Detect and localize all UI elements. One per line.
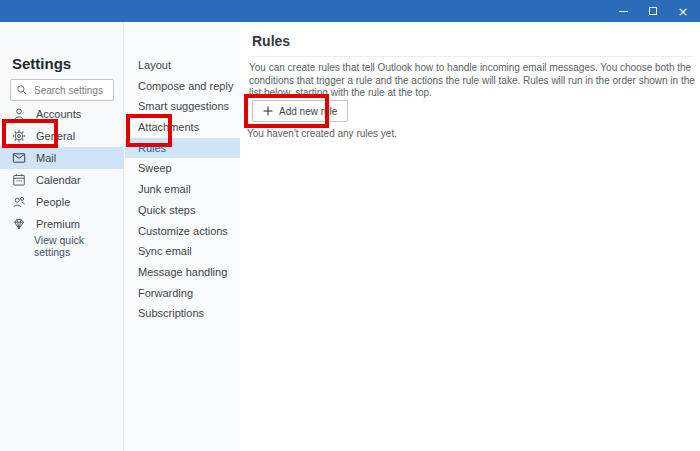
add-new-rule-label: Add new rule <box>279 106 337 117</box>
rules-panel: Rules You can create rules that tell Out… <box>240 22 700 451</box>
close-button[interactable]: × <box>668 0 698 22</box>
close-icon: × <box>678 5 689 18</box>
sidebar-item-label: Calendar <box>36 174 81 186</box>
settings-window: × Settings Accounts <box>0 0 700 451</box>
sidebar-item-mail[interactable]: Mail <box>0 147 124 169</box>
nav-item-subscriptions[interactable]: Subscriptions <box>125 303 240 324</box>
rules-heading: Rules <box>252 33 290 49</box>
settings-sidebar: Settings Accounts <box>0 22 124 451</box>
nav-item-rules[interactable]: Rules <box>125 138 240 159</box>
view-quick-settings-link[interactable]: View quick settings <box>34 234 123 258</box>
nav-item-quick-steps[interactable]: Quick steps <box>125 200 240 221</box>
sidebar-item-premium[interactable]: Premium <box>0 213 124 235</box>
gear-icon <box>12 129 26 143</box>
nav-item-junk-email[interactable]: Junk email <box>125 179 240 200</box>
search-input[interactable] <box>32 84 110 97</box>
sidebar-item-general[interactable]: General <box>0 125 124 147</box>
person-icon <box>12 107 26 121</box>
page-title: Settings <box>12 55 71 72</box>
maximize-button[interactable] <box>638 0 668 22</box>
sidebar-item-accounts[interactable]: Accounts <box>0 103 124 125</box>
nav-item-sweep[interactable]: Sweep <box>125 158 240 179</box>
minimize-icon <box>619 11 628 12</box>
people-icon <box>12 195 26 209</box>
titlebar: × <box>0 0 700 22</box>
nav-item-attachments[interactable]: Attachments <box>125 117 240 138</box>
sidebar-item-calendar[interactable]: Calendar <box>0 169 124 191</box>
maximize-icon <box>649 7 657 15</box>
mail-settings-nav-list: Layout Compose and reply Smart suggestio… <box>125 55 240 324</box>
rules-description: You can create rules that tell Outlook h… <box>249 62 700 100</box>
nav-item-layout[interactable]: Layout <box>125 55 240 76</box>
search-icon <box>16 84 28 96</box>
minimize-button[interactable] <box>608 0 638 22</box>
sidebar-item-label: General <box>36 130 75 142</box>
nav-item-message-handling[interactable]: Message handling <box>125 262 240 283</box>
window-controls: × <box>608 0 698 22</box>
plus-icon <box>263 106 273 116</box>
search-box[interactable] <box>10 79 114 101</box>
nav-item-customize-actions[interactable]: Customize actions <box>125 221 240 242</box>
nav-item-compose-and-reply[interactable]: Compose and reply <box>125 76 240 97</box>
nav-item-smart-suggestions[interactable]: Smart suggestions <box>125 96 240 117</box>
sidebar-item-label: People <box>36 196 70 208</box>
nav-item-sync-email[interactable]: Sync email <box>125 241 240 262</box>
sidebar-item-label: Mail <box>36 152 56 164</box>
add-new-rule-button[interactable]: Add new rule <box>252 100 348 122</box>
heading-divider <box>252 56 692 57</box>
diamond-icon <box>12 217 26 231</box>
calendar-icon <box>12 173 26 187</box>
sidebar-item-label: Accounts <box>36 108 81 120</box>
sidebar-item-people[interactable]: People <box>0 191 124 213</box>
sidebar-item-label: Premium <box>36 218 80 230</box>
nav-item-forwarding[interactable]: Forwarding <box>125 283 240 304</box>
sidebar-nav: Accounts <box>0 103 124 235</box>
mail-settings-nav: Layout Compose and reply Smart suggestio… <box>125 22 240 451</box>
empty-state-text: You haven't created any rules yet. <box>247 128 397 139</box>
mail-icon <box>12 151 26 165</box>
